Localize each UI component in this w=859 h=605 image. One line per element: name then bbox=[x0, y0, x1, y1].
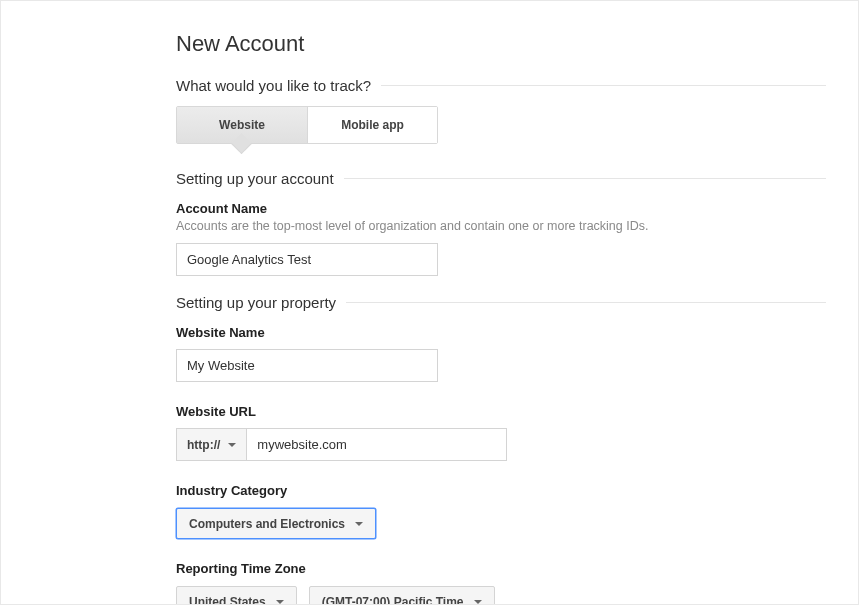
industry-category-dropdown[interactable]: Computers and Electronics bbox=[176, 508, 376, 539]
website-url-label: Website URL bbox=[176, 404, 826, 419]
website-name-label: Website Name bbox=[176, 325, 826, 340]
account-section-header: Setting up your account bbox=[176, 170, 826, 187]
timezone-country-dropdown[interactable]: United States bbox=[176, 586, 297, 605]
property-section-label: Setting up your property bbox=[176, 294, 346, 311]
timezone-country-value: United States bbox=[189, 595, 266, 606]
industry-category-label: Industry Category bbox=[176, 483, 826, 498]
account-name-desc: Accounts are the top-most level of organ… bbox=[176, 219, 826, 233]
track-section-header: What would you like to track? bbox=[176, 77, 826, 94]
caret-down-icon bbox=[228, 443, 236, 447]
page-title: New Account bbox=[176, 31, 826, 57]
track-type-toggle: Website Mobile app bbox=[176, 106, 438, 144]
website-name-input[interactable] bbox=[176, 349, 438, 382]
divider bbox=[381, 85, 826, 86]
caret-down-icon bbox=[355, 522, 363, 526]
divider bbox=[346, 302, 826, 303]
account-section-label: Setting up your account bbox=[176, 170, 344, 187]
timezone-label: Reporting Time Zone bbox=[176, 561, 826, 576]
account-name-label: Account Name bbox=[176, 201, 826, 216]
timezone-value: (GMT-07:00) Pacific Time bbox=[322, 595, 464, 606]
website-url-input[interactable] bbox=[247, 428, 507, 461]
divider bbox=[344, 178, 826, 179]
track-question: What would you like to track? bbox=[176, 77, 381, 94]
timezone-value-dropdown[interactable]: (GMT-07:00) Pacific Time bbox=[309, 586, 495, 605]
account-name-input[interactable] bbox=[176, 243, 438, 276]
property-section-header: Setting up your property bbox=[176, 294, 826, 311]
tab-website[interactable]: Website bbox=[177, 107, 307, 143]
protocol-dropdown[interactable]: http:// bbox=[176, 428, 247, 461]
caret-down-icon bbox=[474, 600, 482, 604]
protocol-value: http:// bbox=[187, 438, 220, 452]
caret-down-icon bbox=[276, 600, 284, 604]
tab-mobile-app[interactable]: Mobile app bbox=[307, 107, 437, 143]
industry-category-value: Computers and Electronics bbox=[189, 517, 345, 531]
